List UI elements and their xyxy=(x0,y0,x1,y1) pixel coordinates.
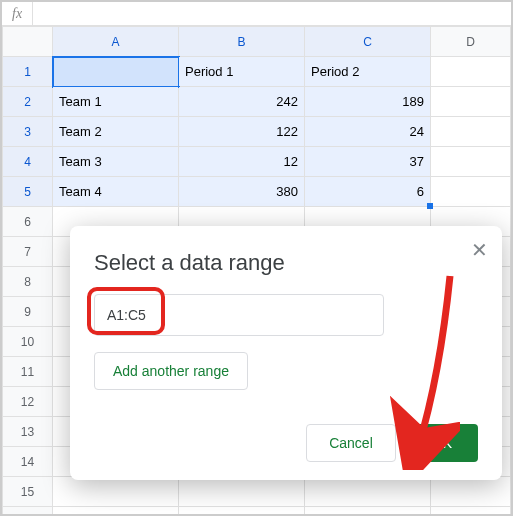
row-header-10[interactable]: 10 xyxy=(3,327,53,357)
row-header-3[interactable]: 3 xyxy=(3,117,53,147)
row-header-9[interactable]: 9 xyxy=(3,297,53,327)
row-4: 4 Team 3 12 37 xyxy=(3,147,511,177)
column-header-row: A B C D xyxy=(3,27,511,57)
data-range-input[interactable] xyxy=(94,294,384,336)
cell-D4[interactable] xyxy=(431,147,511,177)
cell-D1[interactable] xyxy=(431,57,511,87)
formula-bar: fx xyxy=(2,2,511,26)
row-header-2[interactable]: 2 xyxy=(3,87,53,117)
close-icon[interactable]: ✕ xyxy=(471,240,488,260)
cell-B4[interactable]: 12 xyxy=(179,147,305,177)
cell-C1[interactable]: Period 2 xyxy=(305,57,431,87)
dialog-title: Select a data range xyxy=(94,250,478,276)
row-header-8[interactable]: 8 xyxy=(3,267,53,297)
cell-C4[interactable]: 37 xyxy=(305,147,431,177)
cell-D5[interactable] xyxy=(431,177,511,207)
col-header-B[interactable]: B xyxy=(179,27,305,57)
row-header-6[interactable]: 6 xyxy=(3,207,53,237)
cell-C3[interactable]: 24 xyxy=(305,117,431,147)
cell-C5[interactable]: 6 xyxy=(305,177,431,207)
cancel-button[interactable]: Cancel xyxy=(306,424,396,462)
row-3: 3 Team 2 122 24 xyxy=(3,117,511,147)
row-header-7[interactable]: 7 xyxy=(3,237,53,267)
cell-D3[interactable] xyxy=(431,117,511,147)
formula-input[interactable] xyxy=(33,2,511,25)
cell-A3[interactable]: Team 2 xyxy=(53,117,179,147)
cell-A4[interactable]: Team 3 xyxy=(53,147,179,177)
cell-A1[interactable] xyxy=(53,57,179,87)
cell-C2[interactable]: 189 xyxy=(305,87,431,117)
add-another-range-button[interactable]: Add another range xyxy=(94,352,248,390)
cell-B3[interactable]: 122 xyxy=(179,117,305,147)
col-header-D[interactable]: D xyxy=(431,27,511,57)
row-header-4[interactable]: 4 xyxy=(3,147,53,177)
cell-B2[interactable]: 242 xyxy=(179,87,305,117)
cell-A5[interactable]: Team 4 xyxy=(53,177,179,207)
col-header-A[interactable]: A xyxy=(53,27,179,57)
row-2: 2 Team 1 242 189 xyxy=(3,87,511,117)
row-5: 5 Team 4 380 6 xyxy=(3,177,511,207)
col-header-C[interactable]: C xyxy=(305,27,431,57)
row-header-5[interactable]: 5 xyxy=(3,177,53,207)
row-header-1[interactable]: 1 xyxy=(3,57,53,87)
row-header-11[interactable]: 11 xyxy=(3,357,53,387)
ok-button[interactable]: OK xyxy=(406,424,478,462)
cell-A2[interactable]: Team 1 xyxy=(53,87,179,117)
fx-label: fx xyxy=(2,2,33,25)
select-all-corner[interactable] xyxy=(3,27,53,57)
select-data-range-dialog: ✕ Select a data range Add another range … xyxy=(70,226,502,480)
row-header-13[interactable]: 13 xyxy=(3,417,53,447)
row-header-15[interactable]: 15 xyxy=(3,477,53,507)
row-header-14[interactable]: 14 xyxy=(3,447,53,477)
row-header-16[interactable]: 16 xyxy=(3,507,53,517)
cell-D2[interactable] xyxy=(431,87,511,117)
row-header-12[interactable]: 12 xyxy=(3,387,53,417)
cell-B1[interactable]: Period 1 xyxy=(179,57,305,87)
row-1: 1 Period 1 Period 2 xyxy=(3,57,511,87)
cell-B5[interactable]: 380 xyxy=(179,177,305,207)
